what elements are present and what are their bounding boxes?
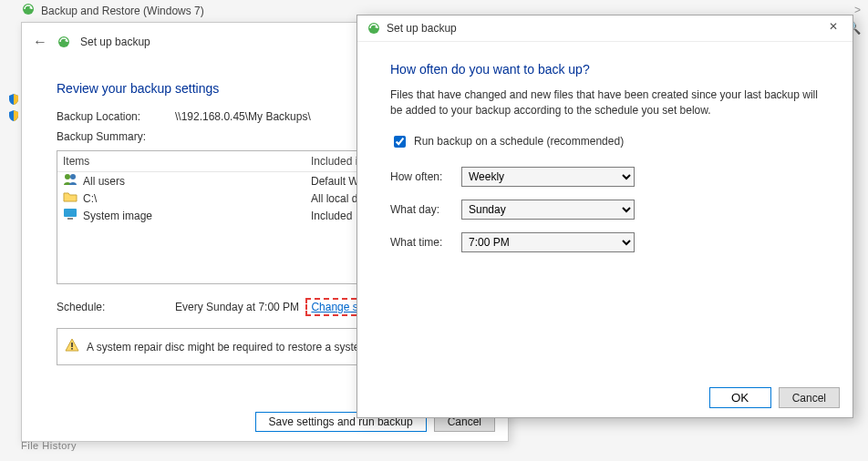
backup-location-value: \\192.168.0.45\My Backups\ xyxy=(175,110,311,123)
svg-rect-5 xyxy=(67,218,73,220)
svg-rect-7 xyxy=(71,348,73,350)
ok-button[interactable]: OK xyxy=(709,387,771,408)
svg-rect-4 xyxy=(64,209,77,217)
how-often-select[interactable]: Weekly xyxy=(461,167,635,187)
back-arrow-icon[interactable]: ← xyxy=(33,34,47,50)
backup-icon xyxy=(21,2,36,19)
control-panel-title-text: Backup and Restore (Windows 7) xyxy=(41,5,204,17)
run-on-schedule-label: Run backup on a schedule (recommended) xyxy=(414,135,624,148)
svg-point-2 xyxy=(65,174,70,179)
backup-summary-label: Backup Summary: xyxy=(57,130,175,143)
monitor-icon xyxy=(63,208,78,223)
warning-icon xyxy=(65,338,79,355)
chevron-right-icon: > xyxy=(854,4,861,16)
close-icon[interactable]: ✕ xyxy=(820,17,847,36)
schedule-wizard-title: Set up backup xyxy=(387,22,457,35)
run-on-schedule-input[interactable] xyxy=(394,136,406,148)
backup-location-label: Backup Location: xyxy=(57,110,175,123)
run-on-schedule-checkbox[interactable]: Run backup on a schedule (recommended) xyxy=(390,133,820,150)
cancel-button[interactable]: Cancel xyxy=(779,387,840,408)
schedule-label: Schedule: xyxy=(57,301,175,313)
row-name: All users xyxy=(83,175,125,188)
schedule-titlebar: Set up backup ✕ xyxy=(357,15,852,42)
row-detail: Included xyxy=(311,210,352,222)
shield-icon xyxy=(7,93,20,106)
svg-point-3 xyxy=(70,174,76,179)
users-icon xyxy=(63,173,78,189)
how-often-label: How often: xyxy=(390,170,461,183)
schedule-window: Set up backup ✕ How often do you want to… xyxy=(356,15,853,418)
row-name: C:\ xyxy=(83,192,97,205)
what-time-label: What time: xyxy=(390,236,461,249)
shield-icon xyxy=(7,109,20,122)
what-day-label: What day: xyxy=(390,203,461,216)
what-day-select[interactable]: Sunday xyxy=(461,200,635,220)
schedule-value: Every Sunday at 7:00 PM xyxy=(175,301,299,313)
items-col-header[interactable]: Items xyxy=(63,155,311,168)
schedule-description: Files that have changed and new files th… xyxy=(390,87,820,118)
svg-rect-6 xyxy=(71,343,73,347)
schedule-heading: How often do you want to back up? xyxy=(390,62,820,77)
row-name: System image xyxy=(83,210,152,222)
review-wizard-title: Set up backup xyxy=(80,36,150,48)
wizard-icon xyxy=(367,21,381,36)
wizard-icon xyxy=(57,35,71,49)
folder-icon xyxy=(63,190,78,206)
control-panel-title: Backup and Restore (Windows 7) xyxy=(21,2,204,19)
what-time-select[interactable]: 7:00 PM xyxy=(461,232,635,252)
